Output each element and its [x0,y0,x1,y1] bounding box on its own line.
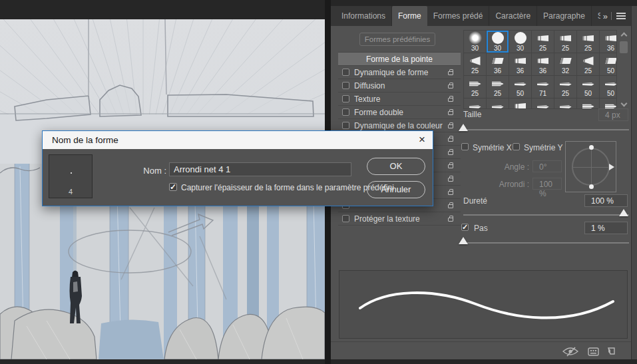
lock-icon[interactable] [448,178,453,182]
setting-checkbox[interactable] [342,215,349,222]
pas-slider-track[interactable] [463,242,629,244]
brush-flat-icon [605,35,616,41]
angle-value[interactable]: 0° [532,160,562,172]
brush-preset[interactable]: 36 [600,31,617,53]
lock-icon[interactable] [448,71,453,75]
symetrie-y-checkbox[interactable] [513,143,520,150]
eye-slash-icon[interactable] [561,346,580,357]
brush-preset[interactable]: 25 [532,31,554,53]
lock-icon[interactable] [448,138,453,142]
brush-preset[interactable]: 50 [600,53,617,75]
lock-icon[interactable] [448,124,453,128]
brush-line-icon [537,82,549,87]
setting-checkbox[interactable] [342,95,349,102]
cancel-button[interactable]: Annuler [367,181,425,198]
new-preset-icon[interactable] [605,347,616,357]
pas-value[interactable]: 1 % [584,222,628,234]
setting-checkbox[interactable] [342,108,349,116]
brush-preset[interactable]: 30 [464,31,486,53]
presets-grid-icon[interactable] [588,347,600,357]
durete-slider-track[interactable] [463,214,629,216]
scroll-down-icon[interactable] [621,100,628,107]
brush-name-input[interactable] [169,162,351,176]
brush-preset[interactable]: 25 [554,76,576,98]
dialog-titlebar[interactable]: Nom de la forme × [43,131,433,149]
scrollbar-thumb[interactable] [620,41,628,53]
durete-slider-handle[interactable] [619,209,628,216]
arrondi-value[interactable]: 100 % [532,178,562,190]
setting-checkbox[interactable] [342,69,349,76]
lock-icon[interactable] [448,98,453,102]
brush-preset[interactable]: 36 [532,53,554,75]
brush-preset[interactable]: 30 [509,31,531,53]
brush-line-icon [582,82,594,87]
lock-icon[interactable] [448,164,453,168]
brush-preset[interactable]: 25 [577,53,599,75]
brush-preset[interactable]: 50 [600,76,617,98]
pas-slider-handle[interactable] [459,237,468,244]
scroll-up-icon[interactable] [621,33,628,39]
lock-icon[interactable] [448,204,453,208]
tab-informations[interactable]: Informations [335,6,392,26]
brush-setting-row[interactable]: Diffusion [338,79,461,92]
lock-icon[interactable] [448,191,453,195]
tab-forme[interactable]: Forme [392,6,427,26]
brush-preset[interactable] [554,98,576,109]
tab-strip: InformationsFormeFormes prédéCaractèrePa… [331,6,600,26]
lock-icon[interactable] [448,151,453,155]
tab-formes-pr-d-[interactable]: Formes prédé [427,6,490,26]
tab-paragraphe[interactable]: Paragraphe [537,6,592,26]
brush-preset[interactable]: 25 [464,76,486,98]
brush-preset[interactable]: 71 [532,76,554,98]
brush-setting-row[interactable]: Dynamique de forme [338,66,461,79]
brush-preset[interactable] [487,98,509,109]
setting-checkbox[interactable] [342,82,349,89]
brush-setting-row[interactable]: Protéger la texture [338,212,461,226]
brush-preset[interactable]: 36 [487,53,509,75]
tab-source-de-dup[interactable]: Source de dup [592,6,600,26]
angle-arrow-icon[interactable] [609,164,614,170]
brush-line-icon [560,104,572,109]
brush-preset[interactable]: 30 [487,31,509,53]
tab-caract-re[interactable]: Caractère [489,6,537,26]
brush-preset[interactable]: 25 [464,53,486,75]
taille-slider-track[interactable] [463,129,629,130]
double-chevron-icon[interactable]: » [603,11,606,21]
roundness-handle-bottom[interactable] [589,184,594,189]
durete-value[interactable]: 100 % [584,194,628,207]
brush-preset[interactable]: 50 [509,76,531,98]
taille-value[interactable]: 4 px [598,108,628,121]
brush-preset[interactable] [577,98,599,109]
capture-size-checkbox[interactable] [169,183,177,191]
brush-preset[interactable]: 25 [487,76,509,98]
brush-setting-row[interactable]: Forme de la pointe [338,53,461,66]
brush-preset[interactable]: 36 [509,53,531,75]
brush-preset[interactable] [464,98,486,109]
roundness-handle-top[interactable] [589,145,594,150]
brush-preset[interactable]: 32 [554,53,576,75]
lock-icon[interactable] [448,85,453,89]
lock-icon[interactable] [448,111,453,115]
brush-preset[interactable]: 50 [577,76,599,98]
symetrie-x-checkbox[interactable] [461,143,469,150]
brush-presets-button[interactable]: Formes prédéfinies [359,33,435,46]
setting-checkbox[interactable] [342,122,349,129]
brush-bristle-icon [582,104,594,109]
panel-right-edge[interactable] [631,6,637,359]
brush-preset[interactable]: 25 [577,31,599,53]
ok-button[interactable]: OK [367,158,425,175]
brush-preset[interactable]: 25 [554,31,576,53]
angle-roundness-widget[interactable] [565,141,616,192]
pas-checkbox[interactable] [461,224,469,231]
brush-preset[interactable] [532,98,554,109]
panel-menu-icon[interactable] [616,13,626,20]
lock-icon[interactable] [448,218,453,222]
brush-preset[interactable] [509,98,531,109]
close-icon[interactable]: × [419,131,425,148]
grid-scrollbar[interactable] [619,30,629,109]
brush-setting-row[interactable]: Forme double [338,106,461,119]
brush-hard-icon [515,32,527,44]
brush-preset[interactable] [600,98,617,109]
brush-setting-row[interactable]: Texture [338,92,461,106]
taille-slider-handle[interactable] [459,124,468,131]
